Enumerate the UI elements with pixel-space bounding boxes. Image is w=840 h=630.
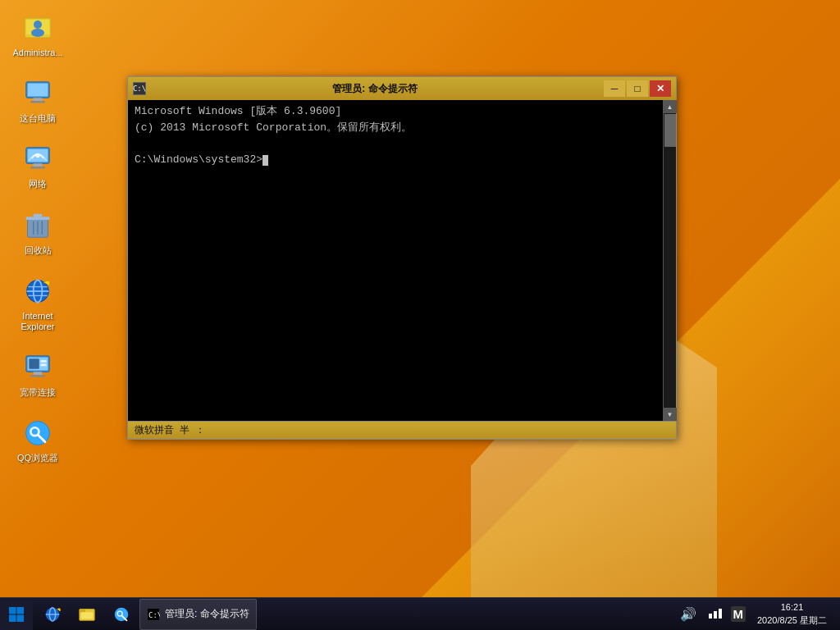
clock-time: 16:21: [781, 601, 804, 614]
svg-rect-35: [9, 607, 16, 614]
svg-point-47: [118, 611, 122, 615]
network-icon-label: 网络: [29, 179, 47, 189]
taskbar-clock[interactable]: 16:21 2020/8/25 星期二: [751, 601, 833, 627]
cmd-terminal-content[interactable]: Microsoft Windows [版本 6.3.9600] (c) 2013…: [128, 100, 663, 421]
start-button[interactable]: [0, 598, 33, 631]
svg-rect-11: [34, 164, 43, 167]
cmd-title-text: 管理员: 命令提示符: [151, 82, 599, 96]
scrollbar-down-arrow[interactable]: ▼: [664, 408, 677, 421]
taskbar: C:\ 管理员: 命令提示符 🔊 M 16:21 2020/8/25 星期二: [0, 597, 840, 630]
svg-point-2: [34, 21, 42, 29]
taskbar-items: C:\ 管理员: 命令提示符: [33, 598, 670, 630]
tray-volume-icon[interactable]: 🔊: [677, 605, 700, 623]
cmd-status-text: 微软拼音 半 ：: [135, 423, 205, 437]
desktop: Administra... 这台电脑: [0, 0, 840, 630]
icon-qq-browser[interactable]: QQ浏览器: [8, 413, 67, 467]
cmd-line-2: (c) 2013 Microsoft Corporation。保留所有权利。: [135, 120, 656, 136]
svg-rect-37: [9, 614, 16, 622]
ie-icon-image: [21, 275, 54, 308]
broadband-icon-label: 宽带连接: [20, 387, 56, 398]
svg-rect-30: [41, 364, 47, 367]
svg-text:C:\: C:\: [148, 611, 160, 619]
scrollbar-up-arrow[interactable]: ▲: [664, 100, 677, 113]
cmd-minimize-button[interactable]: ─: [604, 80, 625, 97]
taskbar-tray: 🔊 M 16:21 2020/8/25 星期二: [670, 598, 841, 630]
this-pc-icon-label: 这台电脑: [20, 113, 56, 124]
cmd-window-controls: ─ □ ✕: [604, 80, 671, 97]
svg-point-3: [31, 29, 44, 37]
svg-rect-28: [29, 358, 39, 368]
cmd-line-4: C:\Windows\system32>: [135, 152, 656, 168]
cmd-statusbar: 微软拼音 半 ：: [128, 421, 676, 439]
scrollbar-track[interactable]: [664, 113, 676, 408]
cmd-titlebar[interactable]: C:\ 管理员: 命令提示符 ─ □ ✕: [128, 77, 676, 100]
cmd-window: C:\ 管理员: 命令提示符 ─ □ ✕ Microsoft Windows […: [127, 76, 677, 440]
svg-rect-12: [30, 167, 45, 169]
svg-rect-5: [28, 84, 48, 97]
icon-administrator[interactable]: Administra...: [8, 8, 67, 62]
tray-network-icon[interactable]: [705, 604, 726, 624]
taskbar-cmd-button[interactable]: C:\ 管理员: 命令提示符: [139, 599, 257, 630]
ie-icon-label: Internet Explorer: [11, 311, 64, 332]
svg-rect-52: [714, 611, 717, 619]
cmd-scrollbar[interactable]: ▲ ▼: [663, 100, 676, 421]
cmd-maximize-button[interactable]: □: [627, 80, 648, 97]
icon-network[interactable]: 网络: [8, 139, 67, 193]
qq-browser-icon-label: QQ浏览器: [17, 453, 58, 463]
icon-broadband[interactable]: 宽带连接: [8, 348, 67, 401]
cmd-body[interactable]: Microsoft Windows [版本 6.3.9600] (c) 2013…: [128, 100, 676, 421]
recycle-bin-icon-image: [21, 209, 54, 242]
taskbar-ie-button[interactable]: [36, 599, 69, 630]
taskbar-cmd-label: 管理员: 命令提示符: [165, 607, 249, 621]
svg-rect-6: [34, 98, 43, 102]
recycle-bin-icon-label: 回收站: [25, 245, 52, 256]
administrator-icon-label: Administra...: [12, 48, 62, 58]
cmd-title-icon: C:\: [133, 82, 146, 95]
network-icon-image: [21, 143, 54, 176]
icon-this-pc[interactable]: 这台电脑: [8, 74, 67, 127]
cmd-close-button[interactable]: ✕: [650, 80, 671, 97]
qq-browser-icon-image: [21, 417, 54, 450]
svg-rect-27: [30, 375, 45, 377]
svg-rect-36: [17, 607, 25, 614]
taskbar-explorer-button[interactable]: [71, 599, 103, 630]
svg-rect-44: [81, 612, 94, 619]
svg-rect-51: [709, 614, 712, 619]
administrator-icon-image: [21, 11, 54, 44]
svg-rect-15: [34, 213, 43, 217]
icon-ie[interactable]: Internet Explorer: [8, 272, 67, 336]
svg-rect-29: [41, 360, 47, 363]
svg-rect-53: [719, 609, 722, 619]
taskbar-qqbrowser-button[interactable]: [105, 599, 138, 630]
svg-rect-38: [17, 614, 25, 622]
scrollbar-thumb[interactable]: [664, 114, 676, 147]
start-windows-icon: [8, 606, 25, 623]
svg-point-33: [32, 429, 38, 435]
cmd-line-1: Microsoft Windows [版本 6.3.9600]: [135, 103, 656, 120]
broadband-icon-image: [21, 351, 54, 384]
tray-ime-icon[interactable]: M: [731, 606, 746, 622]
icon-recycle-bin[interactable]: 回收站: [8, 206, 67, 259]
desktop-icon-area: Administra... 这台电脑: [8, 8, 67, 468]
svg-rect-7: [30, 101, 45, 103]
svg-rect-14: [26, 217, 49, 220]
this-pc-icon-image: [21, 77, 54, 110]
cmd-line-3: [135, 135, 656, 152]
svg-rect-26: [34, 372, 43, 375]
clock-date: 2020/8/25 星期二: [757, 614, 827, 627]
